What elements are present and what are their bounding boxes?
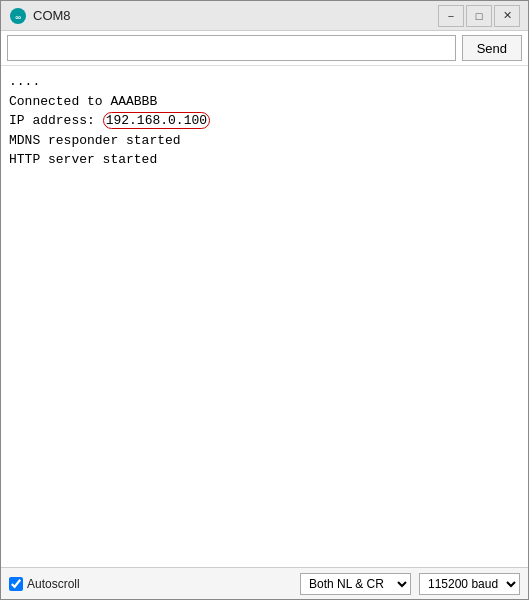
- ip-prefix: IP address:: [9, 113, 103, 128]
- svg-text:∞: ∞: [15, 13, 21, 22]
- autoscroll-label: Autoscroll: [27, 577, 80, 591]
- arduino-icon: ∞: [9, 7, 27, 25]
- close-button[interactable]: ✕: [494, 5, 520, 27]
- arduino-serial-monitor: ∞ COM8 − □ ✕ Send .... Connected to AAAB…: [0, 0, 529, 600]
- output-line-ip: IP address: 192.168.0.100: [9, 112, 210, 129]
- send-button[interactable]: Send: [462, 35, 522, 61]
- output-line-http: HTTP server started: [9, 152, 157, 167]
- output-area: .... Connected to AAABBB IP address: 192…: [1, 66, 528, 567]
- serial-input[interactable]: [7, 35, 456, 61]
- autoscroll-area: Autoscroll: [9, 577, 292, 591]
- maximize-button[interactable]: □: [466, 5, 492, 27]
- status-bar: Autoscroll Both NL & CR No line ending N…: [1, 567, 528, 599]
- window-title: COM8: [33, 8, 438, 23]
- input-bar: Send: [1, 31, 528, 66]
- output-line-dots: ....: [9, 74, 40, 89]
- minimize-button[interactable]: −: [438, 5, 464, 27]
- title-bar: ∞ COM8 − □ ✕: [1, 1, 528, 31]
- output-line-connected: Connected to AAABBB: [9, 94, 157, 109]
- ip-address: 192.168.0.100: [103, 112, 210, 129]
- output-line-mdns: MDNS responder started: [9, 133, 181, 148]
- autoscroll-checkbox[interactable]: [9, 577, 23, 591]
- window-controls: − □ ✕: [438, 5, 520, 27]
- line-ending-dropdown[interactable]: Both NL & CR No line ending Newline Carr…: [300, 573, 411, 595]
- baud-rate-dropdown[interactable]: 115200 baud 300 baud 9600 baud 57600 bau…: [419, 573, 520, 595]
